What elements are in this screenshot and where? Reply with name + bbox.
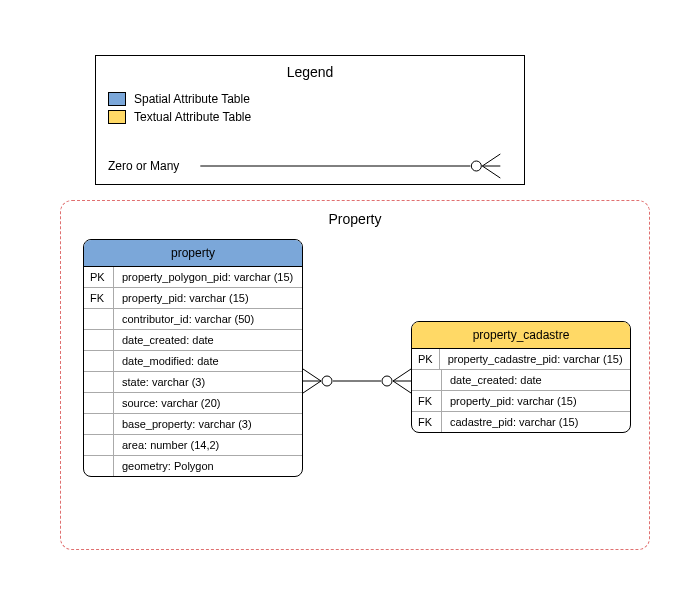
legend-box: Legend Spatial Attribute Table Textual A… xyxy=(95,55,525,185)
key-cell xyxy=(84,351,114,371)
attr-cell: base_property: varchar (3) xyxy=(114,414,302,434)
svg-point-1 xyxy=(472,161,482,171)
key-cell xyxy=(84,309,114,329)
svg-line-11 xyxy=(393,369,411,381)
attr-cell: property_cadastre_pid: varchar (15) xyxy=(440,349,631,369)
svg-line-4 xyxy=(483,166,501,178)
attr-cell: date_created: date xyxy=(114,330,302,350)
table-cadastre-body: PKproperty_cadastre_pid: varchar (15)dat… xyxy=(412,349,630,432)
table-row: FKproperty_pid: varchar (15) xyxy=(84,288,302,309)
table-row: FKcadastre_pid: varchar (15) xyxy=(412,412,630,432)
key-cell xyxy=(84,414,114,434)
zero-or-many-notation-icon xyxy=(189,146,512,186)
attr-cell: contributor_id: varchar (50) xyxy=(114,309,302,329)
legend-spatial-label: Spatial Attribute Table xyxy=(134,92,250,106)
attr-cell: source: varchar (20) xyxy=(114,393,302,413)
key-cell: FK xyxy=(412,391,442,411)
attr-cell: geometry: Polygon xyxy=(114,456,302,476)
table-row: contributor_id: varchar (50) xyxy=(84,309,302,330)
legend-rel: Zero or Many xyxy=(96,134,524,198)
attr-cell: cadastre_pid: varchar (15) xyxy=(442,412,630,432)
attr-cell: date_created: date xyxy=(442,370,630,390)
key-cell xyxy=(84,435,114,455)
key-cell xyxy=(412,370,442,390)
table-property: property PKproperty_polygon_pid: varchar… xyxy=(83,239,303,477)
swatch-textual xyxy=(108,110,126,124)
table-row: geometry: Polygon xyxy=(84,456,302,476)
property-container-title: Property xyxy=(61,201,649,233)
key-cell xyxy=(84,393,114,413)
table-row: date_created: date xyxy=(84,330,302,351)
key-cell xyxy=(84,372,114,392)
key-cell xyxy=(84,456,114,476)
key-cell: PK xyxy=(84,267,114,287)
attr-cell: property_polygon_pid: varchar (15) xyxy=(114,267,302,287)
attr-cell: property_pid: varchar (15) xyxy=(114,288,302,308)
table-row: state: varchar (3) xyxy=(84,372,302,393)
table-property-body: PKproperty_polygon_pid: varchar (15)FKpr… xyxy=(84,267,302,476)
table-row: PKproperty_cadastre_pid: varchar (15) xyxy=(412,349,630,370)
legend-items: Spatial Attribute Table Textual Attribut… xyxy=(96,92,524,124)
svg-point-10 xyxy=(382,376,392,386)
key-cell: FK xyxy=(84,288,114,308)
table-row: PKproperty_polygon_pid: varchar (15) xyxy=(84,267,302,288)
key-cell: PK xyxy=(412,349,440,369)
legend-textual-label: Textual Attribute Table xyxy=(134,110,251,124)
swatch-spatial xyxy=(108,92,126,106)
property-container: Property property PKproperty_polygon_pid… xyxy=(60,200,650,550)
svg-line-7 xyxy=(303,381,321,393)
key-cell xyxy=(84,330,114,350)
table-row: FKproperty_pid: varchar (15) xyxy=(412,391,630,412)
table-property-header: property xyxy=(84,240,302,267)
legend-title: Legend xyxy=(96,56,524,88)
table-row: area: number (14,2) xyxy=(84,435,302,456)
attr-cell: date_modified: date xyxy=(114,351,302,371)
legend-item-spatial: Spatial Attribute Table xyxy=(108,92,512,106)
attr-cell: property_pid: varchar (15) xyxy=(442,391,630,411)
table-row: source: varchar (20) xyxy=(84,393,302,414)
attr-cell: state: varchar (3) xyxy=(114,372,302,392)
svg-line-5 xyxy=(303,369,321,381)
legend-item-textual: Textual Attribute Table xyxy=(108,110,512,124)
attr-cell: area: number (14,2) xyxy=(114,435,302,455)
svg-line-2 xyxy=(483,154,501,166)
table-row: base_property: varchar (3) xyxy=(84,414,302,435)
table-row: date_modified: date xyxy=(84,351,302,372)
key-cell: FK xyxy=(412,412,442,432)
legend-rel-label: Zero or Many xyxy=(108,159,179,173)
table-property-cadastre: property_cadastre PKproperty_cadastre_pi… xyxy=(411,321,631,433)
relationship-connector xyxy=(303,361,411,401)
svg-line-13 xyxy=(393,381,411,393)
table-row: date_created: date xyxy=(412,370,630,391)
svg-point-8 xyxy=(322,376,332,386)
table-cadastre-header: property_cadastre xyxy=(412,322,630,349)
